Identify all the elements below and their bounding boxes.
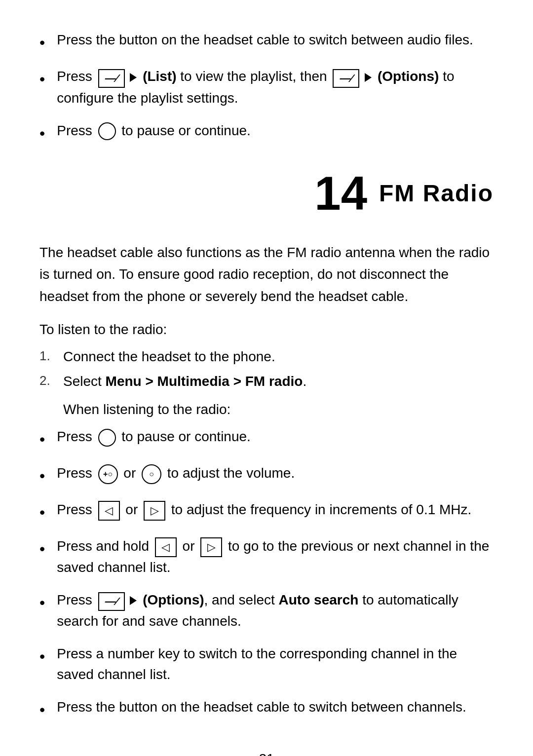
pause-suffix-top: to pause or continue. — [121, 123, 251, 138]
options-icon-auto: —∕ — [98, 590, 137, 611]
options-icon-list: —∕ — [98, 67, 137, 88]
nav-left-icon-freq: ◁ — [98, 501, 120, 521]
bullet-dot-frequency: • — [39, 500, 45, 524]
press-label-auto: Press — [57, 592, 96, 607]
bullet-text-pause-top: Press to pause or continue. — [57, 120, 494, 141]
bullet-text-auto-search: Press —∕ (Options), and select Auto sear… — [57, 590, 494, 632]
press-hold-label: Press and hold — [57, 538, 153, 554]
press-label-1: Press — [57, 69, 96, 84]
pause-circle-icon-radio — [98, 429, 116, 447]
nav-left-icon-hold: ◁ — [155, 537, 177, 557]
press-label-top-pause: Press — [57, 123, 96, 138]
options-icon-2: —∕ — [333, 67, 372, 88]
bullet-dot-auto-search: • — [39, 591, 45, 614]
bullet-text-headset-channels: Press the button on the headset cable to… — [57, 697, 494, 718]
volume-suffix: to adjust the volume. — [167, 465, 295, 481]
list-label: (List) to view the playlist, then — [143, 69, 331, 84]
bullet-text-frequency: Press ◁ or ▷ to adjust the frequency in … — [57, 499, 494, 521]
bullet-item-auto-search: • Press —∕ (Options), and select Auto se… — [39, 590, 494, 632]
step-num-2: 2. — [39, 371, 63, 390]
bullet-dot-2: • — [39, 67, 45, 91]
vol-up-icon: +○ — [98, 464, 118, 484]
bullet-item-hold: • Press and hold ◁ or ▷ to go to the pre… — [39, 536, 494, 578]
nav-right-icon-freq: ▷ — [144, 501, 165, 521]
bullet-item-volume: • Press +○ or ○ to adjust the volume. — [39, 463, 494, 488]
bullet-item-headset-cable: • Press the button on the headset cable … — [39, 30, 494, 54]
bullet-text-number-key: Press a number key to switch to the corr… — [57, 643, 494, 685]
bullet-text-list-options: Press —∕ (List) to view the playlist, th… — [57, 66, 494, 109]
step-text-1: Connect the headset to the phone. — [63, 346, 494, 367]
numbered-step-2: 2. Select Menu > Multimedia > FM radio. — [39, 371, 494, 392]
bullet-item-number-key: • Press a number key to switch to the co… — [39, 643, 494, 685]
volume-or: or — [123, 465, 140, 481]
bullet-dot-headset-channels: • — [39, 698, 45, 721]
vol-down-icon: ○ — [142, 464, 161, 484]
top-bullet-list: • Press the button on the headset cable … — [39, 30, 494, 145]
press-label-volume: Press — [57, 465, 96, 481]
pause-circle-icon-top — [98, 122, 116, 140]
intro-paragraph: The headset cable also functions as the … — [39, 242, 494, 308]
bullet-item-list-options: • Press —∕ (List) to view the playlist, … — [39, 66, 494, 109]
bullet-dot-number-key: • — [39, 644, 45, 668]
bullet-dot-volume: • — [39, 464, 45, 488]
chapter-number: 14 — [314, 170, 367, 217]
nav-right-icon-hold: ▷ — [200, 537, 222, 557]
press-label-frequency: Press — [57, 502, 96, 517]
bullet-dot-3: • — [39, 121, 45, 145]
numbered-steps: 1. Connect the headset to the phone. 2. … — [39, 346, 494, 392]
bullet-text-headset-cable: Press the button on the headset cable to… — [57, 30, 494, 50]
bullet-dot-pause-radio: • — [39, 427, 45, 451]
bullet-dot-hold: • — [39, 537, 45, 561]
hold-or: or — [183, 538, 199, 554]
chapter-header: 14 FM Radio — [39, 170, 494, 222]
bullet-dot-1: • — [39, 31, 45, 54]
bullet-item-headset-channels: • Press the button on the headset cable … — [39, 697, 494, 721]
bullet-text-pause-radio: Press to pause or continue. — [57, 426, 494, 447]
bullet-item-frequency: • Press ◁ or ▷ to adjust the frequency i… — [39, 499, 494, 524]
chapter-title: FM Radio — [379, 180, 494, 207]
frequency-or: or — [125, 502, 142, 517]
press-label-pause-radio: Press — [57, 429, 96, 444]
bullet-text-volume: Press +○ or ○ to adjust the volume. — [57, 463, 494, 484]
bullet-text-hold: Press and hold ◁ or ▷ to go to the previ… — [57, 536, 494, 578]
pause-radio-suffix: to pause or continue. — [121, 429, 251, 444]
step-text-2: Select Menu > Multimedia > FM radio. — [63, 371, 494, 392]
radio-bullets: • Press to pause or continue. • Press +○… — [39, 426, 494, 721]
numbered-step-1: 1. Connect the headset to the phone. — [39, 346, 494, 367]
step-num-1: 1. — [39, 346, 63, 366]
when-listening-label: When listening to the radio: — [63, 402, 494, 417]
to-listen-label: To listen to the radio: — [39, 322, 494, 338]
frequency-suffix: to adjust the frequency in increments of… — [171, 502, 472, 517]
page-number: 21 — [39, 751, 494, 756]
bullet-item-pause-radio: • Press to pause or continue. — [39, 426, 494, 451]
bullet-item-pause-top: • Press to pause or continue. — [39, 120, 494, 145]
